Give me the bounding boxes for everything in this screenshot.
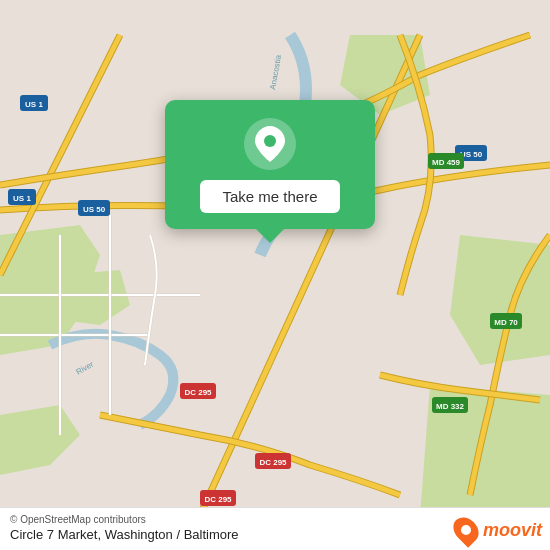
map-pin-icon: [255, 126, 285, 162]
svg-text:DC 295: DC 295: [184, 388, 212, 397]
moovit-logo: moovit: [455, 516, 542, 544]
moovit-brand-name: moovit: [483, 520, 542, 541]
take-me-there-button[interactable]: Take me there: [200, 180, 339, 213]
svg-text:MD 459: MD 459: [432, 158, 461, 167]
svg-point-39: [264, 135, 276, 147]
svg-text:US 50: US 50: [83, 205, 106, 214]
popup-card: Take me there: [165, 100, 375, 229]
bottom-bar: © OpenStreetMap contributors Circle 7 Ma…: [0, 507, 550, 550]
svg-text:US 1: US 1: [13, 194, 31, 203]
svg-text:DC 295: DC 295: [259, 458, 287, 467]
svg-text:DC 295: DC 295: [204, 495, 232, 504]
location-icon-circle: [244, 118, 296, 170]
svg-text:MD 332: MD 332: [436, 402, 465, 411]
svg-text:US 1: US 1: [25, 100, 43, 109]
map-container: Anacostia River: [0, 0, 550, 550]
svg-text:MD 70: MD 70: [494, 318, 518, 327]
